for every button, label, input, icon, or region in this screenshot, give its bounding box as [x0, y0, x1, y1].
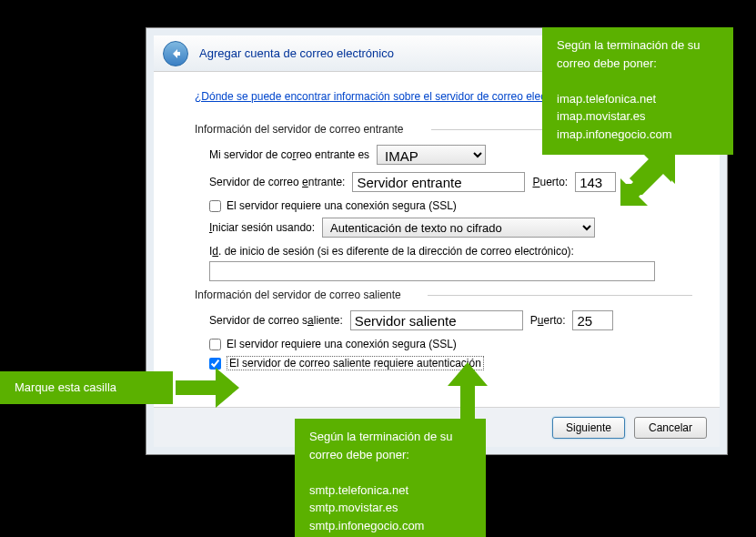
- incoming-server-row: Servidor de correo entrante: Puerto:: [195, 172, 692, 192]
- arrow-imap-icon: [620, 151, 675, 206]
- callout-smtp-text2: smtp.telefonica.net: [309, 481, 471, 500]
- login-row: Iniciar sesión usando: Autenticación de …: [195, 218, 692, 238]
- svg-marker-10: [448, 362, 488, 386]
- callout-smtp: Según la terminación de su correo debe p…: [295, 419, 486, 537]
- login-label: Iniciar sesión usando:: [209, 221, 315, 234]
- outgoing-group-label: Información del servidor de correo salie…: [195, 289, 692, 301]
- incoming-type-select[interactable]: IMAP: [377, 145, 486, 165]
- outgoing-ssl-label: El servidor requiere una conexión segura…: [227, 338, 457, 350]
- incoming-port-label: Puerto:: [532, 176, 568, 188]
- callout-imap-text4: imap.infonegocio.com: [557, 126, 719, 144]
- outgoing-ssl-row: El servidor requiere una conexión segura…: [195, 338, 692, 350]
- callout-smtp-text3: smtp.movistar.es: [309, 499, 471, 517]
- outgoing-server-row: Servidor de correo saliente: Puerto:: [195, 310, 692, 330]
- callout-imap-text1: Según la terminación de su correo debe p…: [557, 36, 719, 72]
- callout-imap-text3: imap.movistar.es: [557, 107, 719, 126]
- outgoing-auth-label: El servidor de correo saliente requiere …: [227, 356, 484, 370]
- incoming-type-label: Mi servidor de correo entrante es: [209, 148, 369, 161]
- arrow-smtp-icon: [448, 362, 488, 419]
- svg-marker-8: [216, 368, 239, 408]
- callout-imap-text2: imap.telefonica.net: [557, 90, 719, 108]
- callout-smtp-text4: smtp.infonegocio.com: [309, 517, 471, 535]
- back-arrow-icon: [168, 46, 183, 61]
- svg-rect-7: [176, 380, 216, 395]
- incoming-server-input[interactable]: [352, 172, 525, 192]
- outgoing-server-label: Servidor de correo saliente:: [209, 314, 343, 327]
- outgoing-auth-row: El servidor de correo saliente requiere …: [195, 356, 692, 370]
- cancel-button[interactable]: Cancelar: [634, 417, 707, 439]
- callout-imap: Según la terminación de su correo debe p…: [542, 27, 733, 155]
- window-title: Agregar cuenta de correo electrónico: [199, 46, 394, 60]
- callout-checkbox: Marque esta casilla: [0, 371, 173, 404]
- help-link[interactable]: ¿Dónde se puede encontrar información so…: [195, 90, 585, 103]
- login-id-label-row: Id. de inicio de sesión (si es diferente…: [195, 245, 692, 258]
- login-method-select[interactable]: Autenticación de texto no cifrado: [322, 218, 595, 238]
- incoming-ssl-row: El servidor requiere una conexión segura…: [195, 199, 692, 212]
- arrow-checkbox-icon: [176, 368, 239, 408]
- outgoing-port-input[interactable]: [572, 310, 613, 330]
- outgoing-server-input[interactable]: [350, 310, 523, 330]
- login-id-label: Id. de inicio de sesión (si es diferente…: [209, 245, 574, 258]
- incoming-server-label: Servidor de correo entrante:: [209, 176, 345, 188]
- callout-checkbox-text: Marque esta casilla: [15, 379, 116, 397]
- svg-rect-9: [460, 382, 475, 419]
- outgoing-ssl-checkbox[interactable]: [209, 339, 221, 350]
- back-button[interactable]: [163, 41, 188, 66]
- incoming-port-input[interactable]: [575, 172, 616, 192]
- outgoing-port-label: Puerto:: [530, 314, 566, 327]
- login-id-input[interactable]: [209, 261, 655, 281]
- incoming-ssl-label: El servidor requiere una conexión segura…: [227, 199, 457, 212]
- login-id-input-row: [195, 261, 692, 281]
- incoming-ssl-checkbox[interactable]: [209, 200, 221, 212]
- next-button[interactable]: Siguiente: [552, 417, 625, 439]
- callout-smtp-text1: Según la terminación de su correo debe p…: [309, 428, 471, 463]
